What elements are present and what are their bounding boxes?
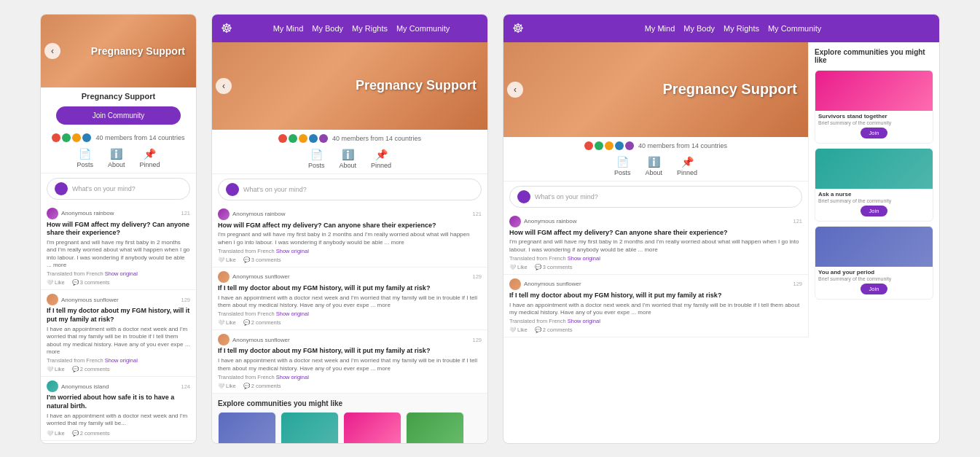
hero-title-1: Pregnancy Support [80,38,196,64]
post-body-s1: I'm pregnant and will have my first baby… [218,231,482,246]
comment-d2[interactable]: 💬 2 comments [535,327,573,333]
sidebar-card-survivors: Survivors stand together Brief summary o… [815,70,933,144]
tab-about-3[interactable]: ℹ️ About [645,156,662,176]
sidebar-img-survivors [815,71,933,111]
tab-posts-2[interactable]: 📄 Posts [308,149,325,169]
hero-title-2: Pregnancy Support [345,71,487,101]
like-action-1[interactable]: 🤍 Like [47,279,65,286]
sidebar-explore-title: Explore communities you might like [815,48,933,64]
nav-community-3[interactable]: My Community [768,24,821,33]
tabs-row-3: 📄 Posts ℹ️ About 📌 Pinned [503,152,808,181]
comment-action-3[interactable]: 💬 2 comments [72,430,110,437]
nav-items-3: My Mind My Body My Rights My Community [536,24,930,33]
pinned-icon-3: 📌 [681,156,694,168]
show-original-d1[interactable]: Show original [568,255,600,262]
tab-pinned-1[interactable]: 📌 Pinned [140,148,160,168]
nav-body-3[interactable]: My Body [683,24,715,33]
post-item-s1: Anonymous rainbow 121 How will FGM affec… [212,205,487,267]
explore-section-2: Explore communities you might like You a… [212,394,487,444]
screen-desktop: ☸ My Mind My Body My Rights My Community… [503,14,940,444]
post-translated-d2: Translated from French Show original [509,318,802,324]
posts-icon-1: 📄 [79,148,91,160]
tab-pinned-2[interactable]: 📌 Pinned [371,149,391,169]
nav-mind-3[interactable]: My Mind [645,24,675,33]
post-header-d1: Anonymous rainbow 121 [509,216,802,227]
tabs-row-1: 📄 Posts ℹ️ About 📌 Pinned [41,144,196,173]
post-body-d2: I have an appointment with a doctor next… [509,302,802,317]
explore-title-2: Explore communities you might like [218,399,482,407]
post-title-s2: If I tell my doctor about my FGM history… [218,284,482,293]
nav-rights-2[interactable]: My Rights [352,24,388,33]
like-s1[interactable]: 🤍 Like [218,257,236,263]
show-original-s3[interactable]: Show original [276,374,309,380]
comment-d1[interactable]: 💬 3 comments [535,264,573,270]
post-header-s2: Anonymous sunflower 129 [218,271,482,283]
post-item-s3: Anonymous sunflower 129 If I tell my doc… [212,330,487,393]
tab-about-1[interactable]: ℹ️ About [108,148,125,168]
comment-action-2[interactable]: 💬 2 comments [72,366,110,372]
post-title-2: If I tell my doctor about my FGM history… [47,307,190,324]
flag-s3 [299,134,307,143]
sidebar-join-period[interactable]: Join [861,284,888,294]
flag-3 [72,133,81,142]
community-card-survivors: Survivors stand together Brief summary o… [343,412,401,444]
whats-on-mind-2[interactable]: What's on your mind? [218,179,482,200]
comment-s2[interactable]: 💬 2 comments [243,319,281,326]
tabs-row-2: 📄 Posts ℹ️ About 📌 Pinned [212,144,487,174]
like-action-3[interactable]: 🤍 Like [47,430,65,437]
sidebar-join-survivors[interactable]: Join [861,128,888,138]
sidebar-card-nurse: Ask a nurse Brief summary of the communi… [815,148,933,222]
post-body-s3: I have an appointment with a doctor next… [218,357,482,372]
flag-s4 [309,134,318,143]
post-item-3: Anonymous island 124 I'm worried about h… [41,377,196,440]
sidebar-desc-survivors: Brief summary of the community [815,120,933,128]
nav-rights-3[interactable]: My Rights [724,24,759,33]
post-header-d2: Anonymous sunflower 129 [509,278,802,290]
like-d2[interactable]: 🤍 Like [509,327,528,333]
whats-on-mind-3[interactable]: What's on your mind? [509,186,802,208]
comment-s3[interactable]: 💬 2 comments [243,383,281,389]
post-author-s2: Anonymous sunflower [232,273,290,280]
post-actions-1: 🤍 Like 💬 3 comments [47,279,190,286]
post-avatar-s1 [218,208,230,220]
comment-s1[interactable]: 💬 3 comments [243,257,281,263]
like-d1[interactable]: 🤍 Like [509,264,528,270]
screen-mobile: Pregnancy Support ‹ Pregnancy Support Jo… [40,14,197,444]
community-card-fgm: Reporting FGM Brief summary of the commu… [406,412,464,444]
whats-on-mind-1[interactable]: What's on your mind? [47,178,190,200]
hero-title-3: Pregnancy Support [652,74,808,105]
post-item-s2: Anonymous sunflower 129 If I tell my doc… [212,267,487,330]
card-img-period [219,413,275,444]
post-avatar-s3 [218,334,230,345]
join-button-1[interactable]: Join Community [56,106,180,125]
nav-body-2[interactable]: My Body [312,24,343,33]
show-original-s1[interactable]: Show original [276,248,309,254]
show-original-1[interactable]: Show original [105,270,138,277]
show-original-s2[interactable]: Show original [276,310,309,317]
show-original-2[interactable]: Show original [105,357,138,364]
post-title-d2: If I tell my doctor about my FGM history… [509,292,802,300]
sidebar-join-nurse[interactable]: Join [861,206,888,216]
nav-bar-2: ☸ My Mind My Body My Rights My Community [212,15,487,42]
tab-pinned-3[interactable]: 📌 Pinned [677,156,697,176]
show-original-d2[interactable]: Show original [568,318,600,324]
like-s2[interactable]: 🤍 Like [218,319,236,326]
tab-about-2[interactable]: ℹ️ About [339,149,356,169]
nav-logo-3: ☸ [512,20,524,36]
like-s3[interactable]: 🤍 Like [218,383,236,389]
tab-posts-1[interactable]: 📄 Posts [77,148,93,168]
nav-mind-2[interactable]: My Mind [273,24,304,33]
members-row-1: 40 members from 14 countries [41,129,196,144]
like-action-2[interactable]: 🤍 Like [47,366,65,372]
post-actions-d1: 🤍 Like 💬 3 comments [509,264,802,270]
post-avatar-d2 [509,278,521,290]
post-body-1: I'm pregnant and will have my first baby… [47,239,190,270]
back-arrow-1[interactable]: ‹ [44,43,60,59]
tab-posts-3[interactable]: 📄 Posts [614,156,631,176]
comment-action-1[interactable]: 💬 3 comments [72,279,110,286]
post-translated-2: Translated from French Show original [47,357,190,364]
sidebar-card-period: You and your period Brief summary of the… [815,226,933,300]
back-arrow-3[interactable]: ‹ [507,82,523,98]
nav-community-2[interactable]: My Community [396,24,450,33]
back-arrow-2[interactable]: ‹ [216,78,232,94]
